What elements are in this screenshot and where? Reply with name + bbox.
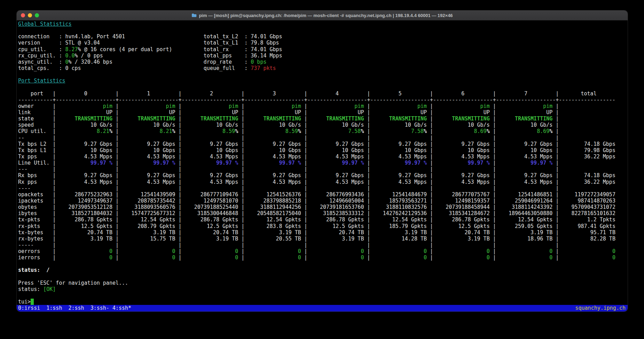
tui-prompt-line: tui> — [18, 299, 628, 305]
blank-line — [18, 84, 628, 90]
section-heading: Global Statistics — [18, 21, 628, 27]
global-stat-line: rx_cpu_util. : 0.0% / 0 pps total_pps : … — [18, 53, 628, 59]
port-table-row: ipackets | 12497349637 | 208785735442 | … — [18, 198, 628, 204]
section-heading: Port Statistics — [18, 78, 628, 84]
port-table-row: tx-pkts | 286.78 Gpkts | 12.54 Gpkts | 2… — [18, 216, 628, 223]
close-button[interactable] — [21, 13, 25, 17]
port-table-row: link | UP | UP | UP | UP | UP | UP | UP … — [18, 109, 628, 116]
blank-line — [18, 71, 628, 78]
window-titlebar[interactable]: pim — [mosh] pim@squanchy.ipng.ch: /home… — [17, 10, 628, 21]
port-table-separator: -----------+-------------------+--------… — [18, 97, 628, 103]
status-spinner-line: status: / — [18, 267, 628, 273]
port-table-row: ---- | | | | | | | | | — [18, 185, 628, 191]
port-table-row: Tx pps | 4.53 Mpps | 4.53 Mpps | 4.53 Mp… — [18, 153, 628, 160]
window-title: pim — [mosh] pim@squanchy.ipng.ch: /home… — [199, 13, 453, 18]
port-table-row: Tx bps L2 | 9.27 Gbps | 9.27 Gbps | 9.27… — [18, 141, 628, 147]
blank-line — [18, 261, 628, 267]
port-table-row: Rx pps | 4.53 Mpps | 4.53 Mpps | 4.53 Mp… — [18, 179, 628, 185]
blank-line — [18, 292, 628, 299]
esc-hint-line: Press 'ESC' for navigation panel... — [18, 280, 628, 286]
global-stat-line: cpu_util. : 8.27% @ 16 cores (4 per dual… — [18, 46, 628, 53]
global-stat-line: async_util. : 0% / 320.46 bps drop_rate … — [18, 59, 628, 65]
port-table-row: rx-bytes | 3.19 TB | 15.75 TB | 3.19 TB … — [18, 236, 628, 242]
folder-icon — [191, 13, 197, 17]
port-table-header: port | 0 | 1 | 2 | 3 | 4 | 5 | 6 | 7 | t… — [18, 90, 628, 97]
port-table-row: speed | 10 Gb/s | 10 Gb/s | 10 Gb/s | 10… — [18, 122, 628, 128]
port-table-row: ibytes | 3185271804032 | 15747725677312 … — [18, 210, 628, 216]
traffic-lights — [21, 13, 39, 17]
blank-line — [18, 274, 628, 280]
port-table-row: oerrors | 0 | 0 | 0 | 0 | 0 | 0 | 0 | 0 … — [18, 248, 628, 254]
port-table-row: opackets | 286775232963 | 12541439509 | … — [18, 191, 628, 198]
port-table-row: Rx bps | 9.27 Gbps | 9.27 Gbps | 9.27 Gb… — [18, 172, 628, 179]
port-table-row: rx-pkts | 12.5 Gpkts | 208.79 Gpkts | 12… — [18, 223, 628, 229]
status-ok-line: status: [OK] — [18, 286, 628, 292]
tmux-hostname: squanchy.ipng.ch — [575, 305, 626, 312]
port-table-row: -- | | | | | | | | | — [18, 135, 628, 141]
port-table-row: ierrors | 0 | 0 | 0 | 0 | 0 | 0 | 0 | 0 … — [18, 254, 628, 261]
port-table-row: Tx bps L1 | 10 Gbps | 10 Gbps | 10 Gbps … — [18, 147, 628, 153]
port-table-row: ----- | | | | | | | | | — [18, 242, 628, 248]
window-title-area: pim — [mosh] pim@squanchy.ipng.ch: /home… — [191, 13, 453, 18]
global-stat-line: connection : hvn4.lab, Port 4501 total_t… — [18, 33, 628, 40]
global-statistics-heading: Global Statistics — [18, 21, 72, 27]
port-table-row: state | TRANSMITTING | TRANSMITTING | TR… — [18, 116, 628, 122]
maximize-button[interactable] — [35, 13, 39, 17]
terminal-window: pim — [mosh] pim@squanchy.ipng.ch: /home… — [17, 10, 628, 312]
tmux-status-bar: 0:irssi 1:ssh 2:ssh 3:ssh- 4:ssh* squanc… — [17, 305, 628, 312]
port-table-row: Line Util. | 99.97 % | 99.97 % | 99.97 %… — [18, 160, 628, 166]
global-stat-line: total_cps. : 0 cps queue_full : 737 pkts — [18, 65, 628, 71]
blank-line — [18, 27, 628, 33]
tmux-window-list[interactable]: 0:irssi 1:ssh 2:ssh 3:ssh- 4:ssh* — [18, 305, 131, 312]
minimize-button[interactable] — [28, 13, 32, 17]
cursor — [31, 299, 34, 305]
port-table-row: obytes | 20739053512128 | 3188093560576 … — [18, 204, 628, 210]
desktop: { "window": { "title": "pim — [mosh] pim… — [0, 0, 644, 339]
global-stat-line: version : STL @ v3.04 total_tx_L1 : 79.8… — [18, 40, 628, 46]
port-table-row: tx-bytes | 20.74 TB | 3.19 TB | 20.74 TB… — [18, 229, 628, 236]
port-statistics-heading: Port Statistics — [18, 78, 65, 84]
terminal-content[interactable]: Global Statisticsconnection : hvn4.lab, … — [17, 21, 628, 305]
port-table-row: owner | pim | pim | pim | pim | pim | pi… — [18, 103, 628, 109]
port-table-row: --- | | | | | | | | | — [18, 166, 628, 172]
port-table-row: CPU util. | 8.21% | 8.21% | 8.59% | 8.59… — [18, 128, 628, 134]
